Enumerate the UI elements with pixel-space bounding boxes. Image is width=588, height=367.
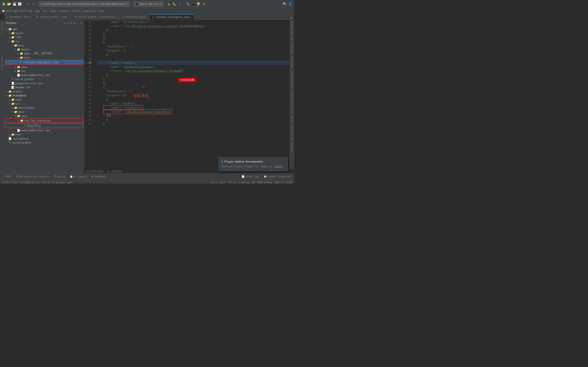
indent[interactable]: 2 spaces [238, 181, 250, 184]
breadcrumb-file[interactable]: dcloud_uniplugins.json [71, 9, 104, 12]
search-icon[interactable]: 🔍 [283, 2, 287, 6]
word-book-label[interactable]: Word Book [291, 141, 293, 153]
code-line-47: "name": "toastplus", [98, 106, 290, 110]
gear-icon[interactable]: ⚙ [73, 21, 76, 25]
json-viewer-label[interactable]: JSON Viewer [291, 55, 293, 69]
tree-item-androidtest[interactable]: ▶ 📁 androidTest [4, 106, 84, 110]
tree-item-json[interactable]: { } dcloud_uniplugins.json [5, 60, 84, 65]
build-config-button[interactable]: ▶ UniPlugin-Hello-AS:unitoandroidcamera … [39, 1, 130, 7]
device-button[interactable]: 📱 meizu 16s Pro ▼ [133, 1, 164, 7]
save-icon[interactable]: 💾 [12, 2, 17, 6]
android-studio-icon[interactable]: A [2, 2, 6, 6]
collapse-icon[interactable]: ⊟ [70, 21, 72, 25]
tools-icon[interactable]: 🔧 [186, 2, 190, 6]
sidebar-structure-label[interactable]: Z: Structure [1, 54, 4, 71]
tree-item-src-tp[interactable]: ▼ 📁 src [4, 101, 84, 106]
breadcrumb-main[interactable]: main [51, 9, 56, 12]
breadcrumb-native-plugins[interactable]: nativePlugins [86, 170, 104, 173]
tab-toastplus-java[interactable]: ☕ ToastPlus.java ✕ [120, 14, 150, 20]
notification-body: Android Gradle Plugin is ready to update… [222, 165, 285, 169]
debug-button[interactable]: 🐛 [172, 2, 177, 6]
close-toastplus-tab[interactable]: ✕ [146, 16, 148, 18]
folder-uni-icon: 📁 [20, 52, 23, 55]
tree-item-manifest-app[interactable]: 📄 AndroidManifest.xml [4, 73, 84, 77]
file-tree: ▼ 📁 app ▶ 📁 build ▶ 📁 libs ▼ 📁 src [4, 26, 84, 173]
breadcrumb-assets[interactable]: assets [60, 9, 68, 12]
db-browser-label[interactable]: DB Browser [291, 41, 293, 55]
sync-icon[interactable]: 🔄 [17, 2, 22, 6]
more-tools-icon[interactable]: ⚙ [201, 2, 206, 6]
gradle-label[interactable]: Gradle [291, 114, 293, 123]
avd-icon[interactable]: 📱 [191, 2, 195, 6]
build-variants-label[interactable]: Build Variants [291, 123, 293, 141]
db-execution-tab[interactable]: 🗄 DB Execution Console [15, 175, 50, 178]
tree-item-gradle-folder[interactable]: ▶ 📁 gradle [4, 89, 84, 93]
close-icon[interactable]: ✕ [80, 21, 82, 25]
tree-item-java-tp[interactable]: ▼ 📁 java [4, 114, 84, 118]
tree-item-main-tp[interactable]: ▼ 📁 main [4, 110, 84, 114]
tree-item-app[interactable]: ▼ 📁 app [4, 27, 84, 31]
tree-item-build[interactable]: ▶ 📁 build [4, 31, 84, 35]
breadcrumb-app[interactable]: app [35, 9, 40, 12]
locate-icon[interactable]: ⊙ [66, 21, 69, 25]
run-button[interactable]: ▶ [167, 2, 172, 6]
build-tab[interactable]: 🔨 Build [52, 175, 66, 178]
wifi-adb-label[interactable]: WIFI ADB ULTIMATE [291, 20, 293, 41]
todo-tab[interactable]: ☑ TODO [2, 175, 12, 178]
terminal-tab[interactable]: ▶ Terminal [91, 175, 107, 178]
tree-item-proguard[interactable]: 📄 proguard-rules.pro [4, 81, 84, 85]
back-icon[interactable]: ← [26, 2, 30, 6]
tree-item-test[interactable]: ▶ 📁 test [4, 132, 84, 136]
tree-item-toastplus[interactable]: ▼ 📁 toastplus [4, 93, 84, 98]
code-editor[interactable]: "name": "DCloud.RichAlert", "class": "un… [97, 20, 290, 169]
code-line-46: "type": "module", [98, 101, 290, 106]
layout-inspector-tab[interactable]: 🔲 Layout Inspector [262, 175, 292, 178]
tree-item-libs[interactable]: ▶ 📁 libs [4, 35, 84, 39]
hide-icon[interactable]: — [76, 21, 79, 25]
tree-item-src[interactable]: ▼ 📁 src [4, 39, 84, 43]
close-json-tab[interactable]: ✕ [190, 16, 192, 18]
logcat-tab[interactable]: 📋 6: Logcat [69, 175, 88, 178]
forward-icon[interactable]: → [31, 2, 35, 6]
tree-item-package[interactable]: ▼ 📁 com.lmy.toastplus [5, 118, 84, 123]
device-explorer-label[interactable]: Device File Explorer [291, 90, 293, 114]
cursor-position[interactable]: 49:8 [211, 181, 217, 184]
close-testmodel-tab[interactable]: ✕ [31, 16, 32, 18]
tree-item-main[interactable]: ▼ 📁 main [4, 43, 84, 47]
tree-item-build-gradle-root[interactable]: 🔨 build.gradle [4, 141, 84, 145]
breadcrumb-project[interactable]: UniPlugin-Hello-AS [6, 9, 32, 12]
line-ending[interactable]: CRLF [220, 181, 225, 184]
profile-button[interactable]: ⏱ [178, 2, 182, 6]
sidebar-project-label[interactable]: 1: Project [1, 21, 4, 35]
account-icon[interactable]: 👤 [288, 2, 292, 6]
tree-item-manifest-tp[interactable]: 📄 AndroidManifest.xml [4, 128, 84, 132]
tree-item-toastplus-class[interactable]: ⊙ ToastPlus [5, 123, 84, 128]
tree-item-java-app[interactable]: ▶ 📁 java [4, 65, 84, 69]
tree-item-data[interactable]: ▶ 📁 data [4, 55, 84, 59]
tree-item-build-gradle-app[interactable]: 🔨 build.gradle [4, 77, 84, 81]
close-build-toastplus-tab[interactable]: ✕ [117, 16, 118, 18]
settings-icon[interactable]: ≡ [289, 16, 294, 20]
sdk-icon[interactable]: 📦 [196, 2, 201, 6]
open-folder-icon[interactable]: 📂 [7, 2, 11, 6]
tree-item-uni[interactable]: ▶ 📁 apps.__UNI__9D7F03E.. [4, 51, 84, 55]
tab-dcloud-json[interactable]: { } dcloud_uniplugins.json ✕ [150, 14, 194, 20]
json-schema[interactable]: No JSON schema [252, 181, 272, 184]
update-link[interactable]: update [274, 165, 283, 168]
sidebar-favorites-label[interactable]: ★ [1, 44, 4, 49]
event-log-tab[interactable]: 📄 Event Log [240, 175, 260, 178]
breadcrumb-src[interactable]: src [43, 9, 47, 12]
tree-item-readme[interactable]: 📝 Readme.txt [4, 85, 84, 89]
tree-item-libs-tp[interactable]: ▶ 📁 libs [4, 98, 84, 101]
breadcrumb-4[interactable]: 4 [107, 170, 109, 173]
close-build-app-tab[interactable]: ✕ [69, 16, 71, 18]
resource-manager-label[interactable]: Resource Manager [291, 69, 293, 90]
tab-testmodel[interactable]: ☕ TestModel.java ✕ [4, 14, 34, 20]
tree-item-res[interactable]: ▶ 📁 res [4, 69, 84, 73]
encoding[interactable]: UTF-8 [228, 181, 235, 184]
tree-item-gitignore[interactable]: 📄 .gitignore [4, 136, 84, 141]
tab-build-app[interactable]: 🔨 build.gradle (:app) ✕ [34, 14, 73, 20]
breadcrumb-plugins[interactable]: plugins [112, 170, 121, 173]
tab-build-toastplus[interactable]: 🔨 build.gradle (:toastplus) ✕ [73, 14, 120, 20]
tree-item-assets[interactable]: ▼ 📁 assets [4, 47, 84, 51]
